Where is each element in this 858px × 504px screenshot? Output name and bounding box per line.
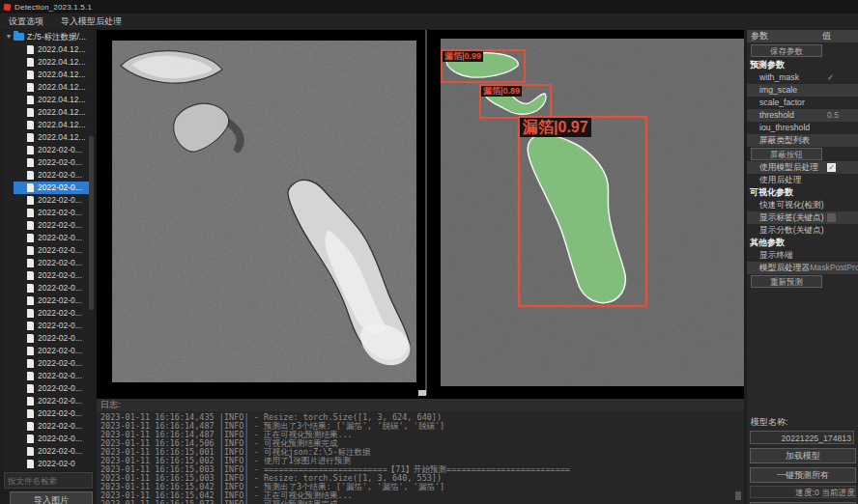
- tree-item[interactable]: 2022.04.12...: [14, 56, 94, 69]
- param-label: 显示标签(关键点): [747, 211, 827, 224]
- tree-item[interactable]: 2022.04.12...: [14, 131, 94, 144]
- file-icon: [27, 58, 34, 67]
- tree-item[interactable]: 2022-02-0...: [14, 156, 94, 169]
- tree-item[interactable]: 2022-02-0: [14, 458, 94, 470]
- tree-item[interactable]: 2022-02-0...: [14, 370, 94, 382]
- tree-item[interactable]: 2022-02-0...: [14, 345, 94, 357]
- file-tree-items: 2022.04.12...2022.04.12...2022.04.12...2…: [4, 43, 94, 470]
- tree-item[interactable]: 2022-02-0...: [14, 232, 94, 244]
- tree-item-label: 2022-02-0...: [38, 332, 82, 345]
- file-icon: [27, 196, 34, 205]
- tree-item[interactable]: 2022-02-0...: [14, 395, 94, 407]
- tree-item[interactable]: 2022-02-0...: [14, 257, 94, 269]
- splitter-handle[interactable]: [418, 390, 426, 396]
- param-value: [827, 122, 858, 134]
- param-row[interactable]: 模型后处理器MaskPostPro: [747, 262, 858, 274]
- tree-item[interactable]: 2022.04.12...: [14, 119, 94, 131]
- param-row[interactable]: 屏蔽类型列表: [747, 134, 858, 147]
- tree-item-label: 2022-02-0...: [38, 395, 82, 407]
- param-button-row: 重新预测: [747, 274, 858, 289]
- param-row[interactable]: 显示分数(关键点): [747, 224, 858, 237]
- param-row[interactable]: 快速可视化(检测): [747, 199, 858, 211]
- tree-scrollbar[interactable]: [89, 136, 94, 310]
- tree-item[interactable]: 2022-02-0...: [14, 182, 94, 194]
- load-model-button[interactable]: 加载模型: [750, 448, 856, 463]
- param-button[interactable]: 屏蔽按钮: [751, 148, 822, 160]
- param-row[interactable]: iou_threshold: [747, 122, 858, 134]
- param-row[interactable]: img_scale: [747, 84, 858, 97]
- tree-item[interactable]: 2022-02-0...: [14, 169, 94, 182]
- tree-item[interactable]: 2022.04.12...: [14, 69, 94, 81]
- file-icon: [27, 434, 34, 443]
- menu-import-postprocess[interactable]: 导入模型后处理: [52, 14, 130, 29]
- file-icon: [27, 83, 34, 92]
- left-image-view[interactable]: [112, 41, 416, 382]
- checkbox[interactable]: ✓: [827, 163, 836, 172]
- import-image-button[interactable]: 导入图片: [10, 491, 93, 504]
- panel-divider[interactable]: [425, 30, 427, 395]
- tree-item[interactable]: 2022.04.12...: [14, 106, 94, 119]
- tree-item-label: 2022-02-0...: [38, 219, 82, 232]
- file-icon: [27, 309, 34, 318]
- param-button[interactable]: 重新预测: [751, 275, 822, 288]
- file-icon: [27, 347, 34, 355]
- file-tree-panel[interactable]: ▾ Z:/5-标注数据/... 2022.04.12...2022.04.12.…: [4, 30, 94, 471]
- tree-item[interactable]: 2022-02-0...: [14, 144, 94, 156]
- log-scrollbar[interactable]: [735, 491, 741, 500]
- predict-all-button[interactable]: 一键预测所有: [750, 467, 856, 483]
- tree-item[interactable]: 2022-02-0...: [14, 445, 94, 458]
- tree-item[interactable]: 2022-02-0...: [14, 244, 94, 257]
- file-icon: [27, 70, 34, 79]
- caret-down-icon[interactable]: ▾: [7, 30, 11, 43]
- tree-item[interactable]: 2022.04.12...: [14, 94, 94, 106]
- tree-item[interactable]: 2022-02-0...: [14, 382, 94, 395]
- tree-item[interactable]: 2022-02-0...: [14, 320, 94, 332]
- param-row[interactable]: 显示终端: [747, 249, 858, 262]
- tree-item[interactable]: 2022-02-0...: [14, 307, 94, 320]
- tree-item-label: 2022-02-0...: [38, 282, 82, 294]
- param-value: ✓: [827, 71, 858, 84]
- menu-settings[interactable]: 设置选项: [0, 14, 52, 29]
- tree-item[interactable]: 2022-02-0...: [14, 420, 94, 433]
- tree-item[interactable]: 2022-02-0...: [14, 332, 94, 345]
- tree-item[interactable]: 2022-02-0...: [14, 433, 94, 445]
- tree-item-label: 2022.04.12...: [38, 106, 86, 119]
- log-panel[interactable]: 日志: 2023-01-11 16:16:14,435 |INFO| - Res…: [97, 399, 744, 504]
- tree-item-label: 2022-02-0...: [38, 182, 82, 194]
- tree-item-label: 2022-02-0...: [38, 382, 82, 395]
- tree-item-label: 2022-02-0...: [38, 294, 82, 307]
- param-label: with_mask: [747, 71, 827, 84]
- param-row[interactable]: 使用模型后处理✓: [747, 161, 858, 174]
- param-label: 模型后处理器: [747, 262, 810, 274]
- detection-label: 漏箔|0.89: [481, 86, 522, 97]
- param-row[interactable]: scale_factor: [747, 97, 858, 109]
- value-column-header: 值: [822, 30, 858, 42]
- checkbox[interactable]: [827, 213, 836, 222]
- log-line: 2023-01-11 16:16:15,003 |INFO| - =======…: [100, 465, 744, 474]
- tree-item[interactable]: 2022-02-0...: [14, 407, 94, 420]
- tree-item[interactable]: 2022-02-0...: [14, 357, 94, 370]
- speed-status: 速度:0 当前进度: [750, 486, 856, 498]
- tree-item[interactable]: 2022-02-0...: [14, 282, 94, 294]
- file-icon: [27, 397, 34, 406]
- file-icon: [27, 372, 34, 380]
- file-icon: [27, 234, 34, 242]
- param-row[interactable]: 显示标签(关键点): [747, 211, 858, 224]
- save-params-button[interactable]: 保存参数: [751, 44, 822, 57]
- tree-item[interactable]: 2022-02-0...: [14, 294, 94, 307]
- tree-item[interactable]: 2022-02-0...: [14, 194, 94, 207]
- tree-item[interactable]: 2022-02-0...: [14, 207, 94, 219]
- param-row[interactable]: 使用后处理: [747, 174, 858, 186]
- param-row[interactable]: threshold0.5: [747, 109, 858, 122]
- param-row[interactable]: with_mask✓: [747, 71, 858, 84]
- tree-item[interactable]: 2022.04.12...: [14, 43, 94, 56]
- param-label: iou_threshold: [747, 122, 827, 134]
- tree-root[interactable]: ▾ Z:/5-标注数据/...: [4, 30, 94, 43]
- model-name-field[interactable]: 20221225_174813: [750, 431, 854, 444]
- search-input[interactable]: [4, 472, 93, 489]
- log-line: 2023-01-11 16:16:15,042 |INFO| - 正在可视化预测…: [100, 491, 744, 500]
- tree-item[interactable]: 2022-02-0...: [14, 269, 94, 282]
- tree-item[interactable]: 2022-02-0...: [14, 219, 94, 232]
- tree-item-label: 2022-02-0...: [38, 194, 82, 207]
- tree-item[interactable]: 2022.04.12...: [14, 81, 94, 94]
